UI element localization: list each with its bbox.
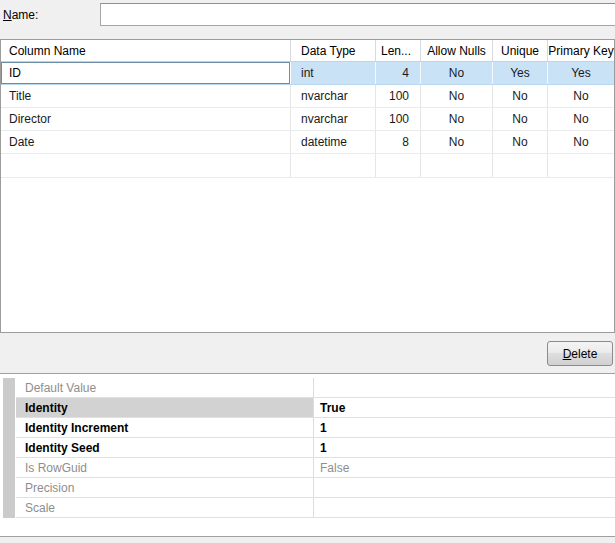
property-rows: Default Value Identity True Identity Inc… bbox=[16, 378, 615, 518]
columns-grid: Column Name Data Type Len... Allow Nulls… bbox=[0, 39, 615, 333]
property-label: Scale bbox=[16, 498, 314, 517]
allow-nulls-cell[interactable]: No bbox=[421, 108, 493, 130]
allow-nulls-cell[interactable]: No bbox=[421, 62, 493, 84]
new-row-cell[interactable] bbox=[1, 154, 291, 177]
property-value[interactable]: 1 bbox=[314, 438, 615, 457]
name-label: Name: bbox=[3, 8, 38, 22]
delete-button-label: Delete bbox=[563, 347, 598, 361]
property-value bbox=[314, 478, 615, 497]
column-header-allow-nulls[interactable]: Allow Nulls bbox=[421, 40, 493, 61]
property-grid-gutter bbox=[3, 378, 16, 518]
property-value bbox=[314, 378, 615, 397]
property-label[interactable]: Identity Increment bbox=[16, 418, 314, 437]
unique-cell[interactable]: Yes bbox=[493, 62, 548, 84]
column-header-data-type[interactable]: Data Type bbox=[291, 40, 376, 61]
name-input[interactable] bbox=[100, 3, 615, 26]
primary-key-cell[interactable]: No bbox=[548, 85, 614, 107]
property-row-identity[interactable]: Identity True bbox=[16, 398, 615, 418]
data-type-cell[interactable]: int bbox=[291, 62, 376, 84]
table-row[interactable]: int 4 No Yes Yes bbox=[1, 62, 614, 85]
new-column-row[interactable] bbox=[1, 154, 614, 178]
column-name-cell[interactable]: Date bbox=[1, 131, 291, 153]
length-cell[interactable]: 8 bbox=[376, 131, 421, 153]
unique-cell[interactable]: No bbox=[493, 108, 548, 130]
new-row-cell[interactable] bbox=[291, 154, 376, 177]
property-row-scale: Scale bbox=[16, 498, 615, 518]
grid-empty-area bbox=[1, 178, 614, 333]
property-label[interactable]: Identity bbox=[16, 398, 314, 417]
property-label[interactable]: Identity Seed bbox=[16, 438, 314, 457]
allow-nulls-cell[interactable]: No bbox=[421, 85, 493, 107]
data-type-cell[interactable]: nvarchar bbox=[291, 108, 376, 130]
property-row-is-rowguid: Is RowGuid False bbox=[16, 458, 615, 478]
property-label: Is RowGuid bbox=[16, 458, 314, 477]
property-value[interactable]: True bbox=[314, 398, 615, 417]
primary-key-cell[interactable]: Yes bbox=[548, 62, 614, 84]
data-type-cell[interactable]: datetime bbox=[291, 131, 376, 153]
unique-cell[interactable]: No bbox=[493, 131, 548, 153]
property-row-identity-seed[interactable]: Identity Seed 1 bbox=[16, 438, 615, 458]
length-cell[interactable]: 4 bbox=[376, 62, 421, 84]
table-designer-panel: Name: Column Name Data Type Len... Allow… bbox=[0, 0, 615, 543]
delete-button[interactable]: Delete bbox=[547, 341, 613, 366]
column-header-primary-key[interactable]: Primary Key bbox=[548, 40, 614, 61]
table-row[interactable]: Date datetime 8 No No No bbox=[1, 131, 614, 154]
column-name-editor-input[interactable] bbox=[1, 62, 290, 84]
unique-cell[interactable]: No bbox=[493, 85, 548, 107]
table-row[interactable]: Title nvarchar 100 No No No bbox=[1, 85, 614, 108]
new-row-cell[interactable] bbox=[376, 154, 421, 177]
property-row-identity-increment[interactable]: Identity Increment 1 bbox=[16, 418, 615, 438]
primary-key-cell[interactable]: No bbox=[548, 108, 614, 130]
property-value[interactable]: 1 bbox=[314, 418, 615, 437]
property-row-default-value: Default Value bbox=[16, 378, 615, 398]
column-name-cell[interactable]: Director bbox=[1, 108, 291, 130]
new-row-cell[interactable] bbox=[548, 154, 614, 177]
column-header-column-name[interactable]: Column Name bbox=[1, 40, 291, 61]
property-label: Precision bbox=[16, 478, 314, 497]
property-value: False bbox=[314, 458, 615, 477]
column-name-editor-cell[interactable] bbox=[1, 62, 291, 84]
length-cell[interactable]: 100 bbox=[376, 108, 421, 130]
primary-key-cell[interactable]: No bbox=[548, 131, 614, 153]
data-type-cell[interactable]: nvarchar bbox=[291, 85, 376, 107]
column-properties-grid: Default Value Identity True Identity Inc… bbox=[0, 373, 615, 537]
length-cell[interactable]: 100 bbox=[376, 85, 421, 107]
columns-grid-header: Column Name Data Type Len... Allow Nulls… bbox=[1, 40, 614, 62]
new-row-cell[interactable] bbox=[421, 154, 493, 177]
property-label: Default Value bbox=[16, 378, 314, 397]
allow-nulls-cell[interactable]: No bbox=[421, 131, 493, 153]
column-header-length[interactable]: Len... bbox=[376, 40, 421, 61]
column-name-cell[interactable]: Title bbox=[1, 85, 291, 107]
new-row-cell[interactable] bbox=[493, 154, 548, 177]
property-row-precision: Precision bbox=[16, 478, 615, 498]
property-value bbox=[314, 498, 615, 517]
table-row[interactable]: Director nvarchar 100 No No No bbox=[1, 108, 614, 131]
column-header-unique[interactable]: Unique bbox=[493, 40, 548, 61]
